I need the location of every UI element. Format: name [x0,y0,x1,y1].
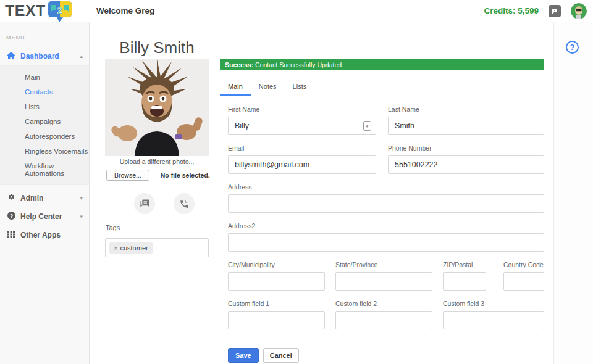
tags-input[interactable]: × customer [105,238,209,257]
messages-icon[interactable] [549,5,561,17]
custom-field-2[interactable] [335,311,432,329]
sidebar-item-label: Other Apps [20,231,61,239]
gear-icon [6,192,16,204]
call-voicemail-button[interactable] [174,193,195,214]
zip-label: ZIP/Postal [443,261,486,268]
sidebar-item-lists[interactable]: Lists [0,99,89,114]
menu-section-label: MENU [6,35,89,41]
custom-field-3-label: Custom field 3 [443,300,544,307]
address-label: Address [228,183,544,191]
autofill-extension-icon[interactable]: ● [363,121,371,131]
dashboard-submenu: Main Contacts Lists Campaigns Autorespon… [0,65,89,185]
credits-label: Credits: 5,599 [484,6,539,15]
custom-field-2-label: Custom field 2 [335,300,432,307]
browse-button[interactable]: Browse... [106,170,149,181]
sidebar-item-main[interactable]: Main [0,70,89,85]
send-message-button[interactable] [134,193,155,214]
sidebar-item-contacts[interactable]: Contacts [0,85,89,99]
country-code-field[interactable] [503,272,544,291]
first-name-label: First Name [228,105,376,113]
success-banner-prefix: Success: [225,61,253,68]
contact-tabs: Main Notes Lists [220,78,544,96]
address2-label: Address2 [228,222,544,230]
sidebar-item-label: Help Center [20,212,62,221]
svg-text:?: ? [9,213,13,219]
contact-name-title: Billy Smith [90,38,224,57]
sidebar-item-admin[interactable]: Admin ▾ [0,189,89,207]
apps-grid-icon [6,230,16,241]
city-label: City/Municipality [228,261,325,268]
tag-label: customer [120,244,148,252]
sidebar-item-help-center[interactable]: ? Help Center ▾ [0,207,89,226]
sidebar-item-workflow-automations[interactable]: Workflow Automations [0,159,89,181]
custom-field-1[interactable] [228,311,325,329]
home-icon [6,51,16,62]
phone-callback-icon [179,199,190,209]
phone-field[interactable] [388,155,544,174]
contact-photo [105,59,209,156]
upload-photo-text: Upload a different photo... [90,158,224,165]
success-banner: Success: Contact Successfully Updated. [220,59,544,70]
chat-bubble-icon [551,7,558,15]
logo-text: TEXT [5,3,46,19]
first-name-field[interactable] [228,117,376,135]
chevron-down-icon: ▾ [80,195,83,201]
app-logo[interactable]: TEXT 2 [5,0,74,22]
custom-field-1-label: Custom field 1 [228,300,325,307]
welcome-text: Welcome Greg [96,6,154,15]
logo-bubbles-icon: 2 [48,1,74,22]
email-field[interactable] [228,155,376,174]
logo-number: 2 [57,5,62,15]
sidebar-item-label: Admin [20,194,43,202]
tab-lists[interactable]: Lists [285,78,315,96]
sidebar-item-other-apps[interactable]: Other Apps [0,226,89,244]
top-header: TEXT 2 Welcome Greg Credits: 5,599 [0,0,593,22]
address2-field[interactable] [228,233,544,252]
success-banner-message: Contact Successfully Updated. [253,61,343,68]
chevron-down-icon: ▾ [80,213,83,220]
tab-notes[interactable]: Notes [251,78,285,96]
sidebar-nav: MENU Dashboard ▴ Main Contacts Lists Cam… [0,22,90,364]
form-divider [228,342,544,342]
address-field[interactable] [228,194,544,213]
chat-icon [140,199,150,209]
contact-form: First Name ● Last Name Email Pho [228,96,544,363]
sidebar-item-autoresponders[interactable]: Autoresponders [0,129,89,144]
question-circle-icon: ? [6,211,16,222]
tags-label: Tags [106,224,120,231]
state-label: State/Province [335,261,432,268]
phone-label: Phone Number [388,144,544,152]
cancel-button[interactable]: Cancel [263,348,299,363]
city-field[interactable] [228,272,325,291]
save-button[interactable]: Save [228,348,259,363]
tag-remove-icon[interactable]: × [114,244,117,252]
chevron-up-icon: ▴ [80,53,83,59]
email-label: Email [228,144,376,152]
sidebar-item-label: Dashboard [20,52,59,60]
zip-field[interactable] [443,272,486,291]
sidebar-item-ringless-voicemails[interactable]: Ringless Voicemails [0,144,89,159]
sidebar-item-campaigns[interactable]: Campaigns [0,114,89,129]
state-field[interactable] [335,272,432,291]
help-icon[interactable]: ? [566,41,579,54]
last-name-field[interactable] [388,117,544,135]
tag-chip: × customer [109,242,153,254]
no-file-selected-text: No file selected. [161,172,210,179]
sidebar-item-dashboard[interactable]: Dashboard ▴ [0,47,89,65]
user-avatar[interactable] [571,3,587,19]
contact-detail-panel: Billy Smith [90,22,554,364]
custom-field-3[interactable] [443,311,544,329]
tab-main[interactable]: Main [220,78,251,96]
country-code-label: Country Code [503,261,544,268]
last-name-label: Last Name [388,105,544,113]
